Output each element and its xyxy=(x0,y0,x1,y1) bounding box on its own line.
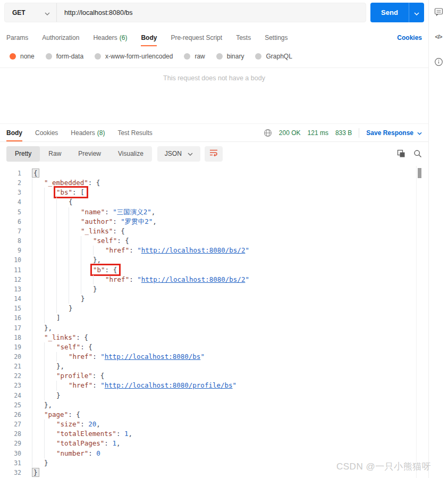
tab-settings[interactable]: Settings xyxy=(265,29,288,46)
view-mode-pretty[interactable]: Pretty xyxy=(6,146,40,162)
body-mode-graphql[interactable]: GraphQL xyxy=(255,53,292,60)
tab-authorization[interactable]: Authorization xyxy=(42,29,79,46)
response-tab-headers[interactable]: Headers(8) xyxy=(71,124,105,141)
tab-params[interactable]: Params xyxy=(6,29,28,46)
indent-guide xyxy=(69,255,81,265)
indent-guide xyxy=(56,255,69,265)
body-mode-label: GraphQL xyxy=(266,53,292,60)
chevron-down-icon xyxy=(417,129,422,137)
chevron-down-icon xyxy=(45,8,50,18)
body-mode-none[interactable]: none xyxy=(10,53,35,60)
tab-pre-request-script[interactable]: Pre-request Script xyxy=(171,29,222,46)
format-select[interactable]: JSON xyxy=(157,146,200,162)
line-number: 10 xyxy=(0,255,21,265)
code-text: } xyxy=(21,284,97,294)
json-token: "author" xyxy=(81,217,113,225)
tab-label: Headers xyxy=(71,129,95,137)
globe-icon[interactable] xyxy=(264,129,272,137)
code-line: 16] xyxy=(0,313,423,323)
status-badge[interactable]: 200 OK xyxy=(279,129,301,137)
response-time[interactable]: 121 ms xyxy=(308,129,328,137)
indent-guide xyxy=(32,400,44,410)
view-mode-switch: PrettyRawPreviewVisualize xyxy=(6,146,152,162)
response-body-viewer[interactable]: 1{2"_embedded": {3"bs": [4{5"name": "三国演… xyxy=(0,166,423,478)
copy-icon[interactable] xyxy=(397,149,405,158)
code-text: "_links": { xyxy=(21,333,88,342)
send-options-caret[interactable] xyxy=(409,3,424,22)
view-mode-preview[interactable]: Preview xyxy=(70,146,109,162)
tab-body[interactable]: Body xyxy=(141,29,157,46)
body-mode-binary[interactable]: binary xyxy=(216,53,244,60)
json-token: " xyxy=(100,381,105,389)
code-text: } xyxy=(21,468,39,477)
url-input[interactable]: http://localhost:8080/bs xyxy=(57,3,366,22)
json-token: ] xyxy=(56,314,61,322)
indent-guide xyxy=(32,458,44,468)
json-token: " xyxy=(100,353,105,360)
main-panel: GET http://localhost:8080/bs Send Params… xyxy=(0,0,428,478)
code-text: "self": { xyxy=(21,236,129,246)
line-number: 27 xyxy=(0,420,21,429)
annotation-red-box: "bs": [ xyxy=(54,186,88,198)
tab-headers[interactable]: Headers(6) xyxy=(93,29,127,46)
body-mode-form-data[interactable]: form-data xyxy=(46,53,83,60)
indent-guide xyxy=(44,313,56,323)
json-token: : xyxy=(72,188,80,196)
json-link[interactable]: http://localhost:8080/bs xyxy=(105,353,201,360)
code-text: }, xyxy=(21,323,52,333)
body-mode-raw[interactable]: raw xyxy=(184,53,205,60)
indent-guide xyxy=(44,275,56,284)
scrollbar-thumb[interactable] xyxy=(418,168,421,178)
wrap-text-button[interactable] xyxy=(205,146,223,162)
indent-guide xyxy=(44,246,56,255)
indent-guide xyxy=(32,236,44,246)
code-line: 12"href": "http://localhost:8080/bs/2" xyxy=(0,275,423,284)
indent-guide xyxy=(32,275,44,284)
indent-guide xyxy=(32,294,44,304)
code-lines: 1{2"_embedded": {3"bs": [4{5"name": "三国演… xyxy=(0,169,423,477)
postman-app: GET http://localhost:8080/bs Send Params… xyxy=(0,0,448,478)
code-text: "href": "http://localhost:8080/bs/2" xyxy=(21,275,249,284)
send-button-label[interactable]: Send xyxy=(370,3,409,22)
json-token: , xyxy=(128,430,132,438)
json-link[interactable]: http://localhost:8080/profile/bs xyxy=(105,381,233,389)
indent-guide xyxy=(44,236,56,246)
indent-guide xyxy=(69,227,81,236)
line-number: 7 xyxy=(0,227,21,236)
response-tab-test-results[interactable]: Test Results xyxy=(117,124,152,141)
json-token: " xyxy=(245,275,249,283)
tab-tests[interactable]: Tests xyxy=(236,29,251,46)
body-mode-x-www-form-urlencoded[interactable]: x-www-form-urlencoded xyxy=(95,53,173,60)
code-line: 25}, xyxy=(0,400,423,410)
response-size[interactable]: 833 B xyxy=(335,129,352,137)
send-button[interactable]: Send xyxy=(370,3,424,22)
json-token: : xyxy=(105,266,113,274)
line-number: 17 xyxy=(0,323,21,333)
line-number: 9 xyxy=(0,246,21,255)
json-token: "b" xyxy=(93,266,105,274)
code-text: "page": { xyxy=(21,410,80,420)
search-icon[interactable] xyxy=(413,149,422,158)
response-tab-body[interactable]: Body xyxy=(6,124,22,141)
json-token: "罗贯中2" xyxy=(121,217,153,225)
code-icon[interactable]: </> xyxy=(434,32,443,41)
save-response-button[interactable]: Save Response xyxy=(366,129,422,137)
indent-guide xyxy=(32,352,44,362)
comments-icon[interactable] xyxy=(434,7,443,16)
info-icon[interactable] xyxy=(434,57,443,66)
view-mode-visualize[interactable]: Visualize xyxy=(109,146,152,162)
json-token: { xyxy=(113,266,117,274)
json-link[interactable]: http://localhost:8080/bs/2 xyxy=(141,275,246,283)
json-token: { xyxy=(100,372,105,380)
indent-guide xyxy=(56,236,69,246)
line-number: 20 xyxy=(0,352,21,362)
code-text: "author": "罗贯中2", xyxy=(21,217,157,227)
json-link[interactable]: http://localhost:8080/bs/2 xyxy=(141,246,246,254)
radio-dot xyxy=(255,53,261,60)
cookies-link[interactable]: Cookies xyxy=(397,29,422,46)
code-line: 4{ xyxy=(0,197,423,207)
view-mode-raw[interactable]: Raw xyxy=(40,146,70,162)
json-token: } xyxy=(56,391,61,399)
response-tab-cookies[interactable]: Cookies xyxy=(35,124,58,141)
method-select[interactable]: GET xyxy=(5,3,56,22)
